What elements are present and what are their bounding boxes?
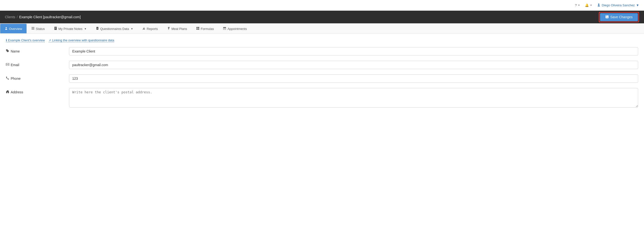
private-notes-icon xyxy=(54,27,57,31)
phone-field-label-text: Phone xyxy=(11,76,20,80)
email-field-label-text: Email xyxy=(11,63,19,67)
tab-formulas-label: Formulas xyxy=(201,27,214,31)
email-field-wrap xyxy=(69,61,638,69)
svg-rect-5 xyxy=(196,28,198,30)
phone-field-wrap xyxy=(69,74,638,83)
tab-appointments-label: Appointments xyxy=(228,27,247,31)
questionnaires-dropdown-arrow: ▼ xyxy=(130,28,133,30)
svg-rect-3 xyxy=(196,27,198,28)
name-input[interactable] xyxy=(69,47,638,56)
link-questionnaire-label: Linking the overview with questionnaire … xyxy=(52,38,114,42)
save-button-label: Save Changes xyxy=(610,15,632,19)
tab-reports[interactable]: Reports xyxy=(138,24,162,34)
phone-icon xyxy=(6,76,9,80)
home-icon xyxy=(6,90,9,94)
name-label: Name xyxy=(6,47,69,53)
email-label: Email xyxy=(6,61,69,67)
help-menu[interactable]: ? ▼ xyxy=(575,4,580,7)
notifications-menu[interactable]: 🔔 ▼ xyxy=(585,4,592,7)
tag-icon xyxy=(6,49,9,53)
user-dropdown-arrow: ▼ xyxy=(636,4,639,7)
tab-appointments[interactable]: Appointments xyxy=(218,24,252,34)
svg-rect-0 xyxy=(32,27,34,28)
tabs-bar: Overview Status My Private Notes ▼ Quest… xyxy=(0,23,644,34)
help-dropdown-arrow: ▼ xyxy=(578,4,580,6)
main-content: ℹ Example Client's overview ↗ Linking th… xyxy=(0,34,644,118)
form-row-email: Email xyxy=(6,61,638,69)
external-link-icon: ↗ xyxy=(49,39,51,42)
overview-icon xyxy=(4,27,8,31)
private-notes-dropdown-arrow: ▼ xyxy=(84,28,86,30)
phone-input[interactable] xyxy=(69,74,638,83)
form-row-name: Name xyxy=(6,47,638,56)
tab-overview[interactable]: Overview xyxy=(0,24,27,34)
tab-private-notes[interactable]: My Private Notes ▼ xyxy=(49,24,91,34)
form-row-address: Address xyxy=(6,88,638,108)
address-label: Address xyxy=(6,88,69,94)
info-icon: ℹ xyxy=(6,38,7,42)
overview-help-link[interactable]: ℹ Example Client's overview xyxy=(6,38,45,42)
svg-rect-6 xyxy=(198,28,200,30)
user-name: Diego Oliveira Sanchez xyxy=(602,4,635,7)
link-questionnaire-link[interactable]: ↗ Linking the overview with questionnair… xyxy=(49,38,114,42)
tab-overview-label: Overview xyxy=(9,27,22,31)
bell-icon: 🔔 xyxy=(585,4,589,7)
notifications-dropdown-arrow: ▼ xyxy=(590,4,592,6)
tab-questionnaires[interactable]: Questionnaires Data ▼ xyxy=(91,24,138,34)
reports-icon xyxy=(142,27,146,31)
tab-status-label: Status xyxy=(36,27,45,31)
tab-formulas[interactable]: Formulas xyxy=(192,24,218,34)
breadcrumb-separator: / xyxy=(17,15,18,19)
address-textarea[interactable] xyxy=(69,88,638,108)
top-navigation: ? ▼ 🔔 ▼ Diego Oliveira Sanchez ▼ xyxy=(0,0,644,11)
svg-rect-4 xyxy=(198,27,200,28)
tab-status[interactable]: Status xyxy=(27,24,49,34)
breadcrumb-parent[interactable]: Clients xyxy=(5,15,15,19)
questionnaires-icon xyxy=(96,27,99,31)
breadcrumb-current: Example Client [paultracker@gmail.com] xyxy=(19,15,81,19)
tab-private-notes-label: My Private Notes xyxy=(58,27,82,31)
breadcrumb-bar: Clients / Example Client [paultracker@gm… xyxy=(0,11,644,23)
save-button-wrapper: Save Changes xyxy=(599,12,639,22)
form-row-phone: Phone xyxy=(6,74,638,83)
phone-label: Phone xyxy=(6,74,69,80)
meal-plans-icon xyxy=(167,27,170,31)
user-icon xyxy=(597,3,600,7)
name-field-label-text: Name xyxy=(11,49,20,53)
breadcrumb: Clients / Example Client [paultracker@gm… xyxy=(5,15,81,19)
helper-links: ℹ Example Client's overview ↗ Linking th… xyxy=(6,38,638,42)
tab-meal-plans-label: Meal Plans xyxy=(172,27,187,31)
name-field-wrap xyxy=(69,47,638,56)
formulas-icon xyxy=(196,27,200,31)
save-changes-button[interactable]: Save Changes xyxy=(600,13,638,21)
envelope-icon xyxy=(6,63,9,67)
email-input[interactable] xyxy=(69,61,638,69)
tab-questionnaires-label: Questionnaires Data xyxy=(100,27,129,31)
svg-rect-2 xyxy=(32,29,34,30)
tab-meal-plans[interactable]: Meal Plans xyxy=(162,24,192,34)
overview-help-label: Example Client's overview xyxy=(8,38,45,42)
help-icon: ? xyxy=(575,4,577,7)
address-field-wrap xyxy=(69,88,638,108)
address-field-label-text: Address xyxy=(11,90,23,94)
svg-rect-1 xyxy=(32,28,34,29)
user-menu[interactable]: Diego Oliveira Sanchez ▼ xyxy=(597,3,639,7)
tab-reports-label: Reports xyxy=(147,27,158,31)
appointments-icon xyxy=(223,27,226,31)
status-icon xyxy=(31,27,34,31)
save-icon xyxy=(605,15,609,19)
